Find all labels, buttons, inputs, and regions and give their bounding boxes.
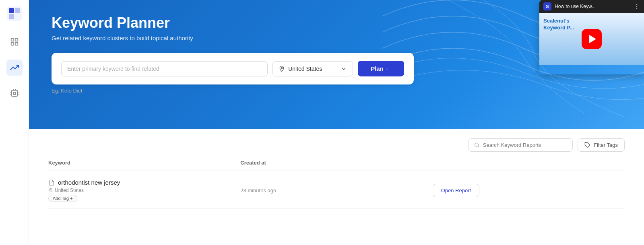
play-button[interactable] <box>582 29 602 49</box>
document-icon <box>48 179 55 186</box>
location-value: United States <box>288 66 337 72</box>
svg-point-10 <box>281 67 282 68</box>
created-at: 23 minutes ago <box>240 187 432 194</box>
content-section: Filter Tags Keyword Created at orthodont… <box>29 129 644 245</box>
sidebar-item-processor[interactable] <box>6 85 23 101</box>
header-action <box>433 160 625 166</box>
location-icon <box>279 66 285 72</box>
svg-point-11 <box>636 4 637 5</box>
content-toolbar: Filter Tags <box>48 138 625 152</box>
action-cell: Open Report <box>433 184 625 197</box>
page-title: Keyword Planner <box>52 14 625 31</box>
app-logo[interactable] <box>7 6 22 21</box>
main-content: Keyword Planner Get related keyword clus… <box>29 0 644 245</box>
header-keyword: Keyword <box>48 160 240 166</box>
svg-rect-5 <box>15 39 17 41</box>
svg-rect-1 <box>9 8 14 13</box>
svg-point-18 <box>50 189 52 190</box>
tag-icon <box>584 142 590 148</box>
video-title: How to use Keyw... <box>555 4 630 9</box>
filter-tags-label: Filter Tags <box>594 142 618 148</box>
header-created-at: Created at <box>240 160 432 166</box>
svg-rect-6 <box>11 43 13 45</box>
keyword-input[interactable] <box>67 66 262 72</box>
video-logo: S <box>543 2 551 10</box>
video-body: Scalenut's Keyword P... <box>539 13 644 65</box>
sidebar-item-grid[interactable] <box>6 34 23 50</box>
keyword-name: orthodontist new jersey <box>58 179 120 186</box>
open-report-button[interactable]: Open Report <box>433 184 479 197</box>
svg-point-13 <box>636 8 637 8</box>
svg-rect-3 <box>15 8 20 13</box>
svg-rect-4 <box>11 39 13 41</box>
keyword-name-row: orthodontist new jersey <box>48 179 240 186</box>
keyword-location: United States <box>48 187 240 193</box>
plan-button[interactable]: Plan ← <box>358 61 404 76</box>
location-pin-icon <box>48 188 53 193</box>
svg-line-15 <box>478 146 479 147</box>
svg-point-12 <box>636 6 637 6</box>
chevron-down-icon <box>341 66 347 72</box>
sidebar <box>0 0 29 245</box>
example-hint: Eg. Keto Diet <box>52 88 625 94</box>
add-tag-button[interactable]: Add Tag + <box>48 195 77 202</box>
page-subtitle: Get related keyword clusters to build to… <box>52 35 625 41</box>
sidebar-item-analytics[interactable] <box>6 60 23 76</box>
search-icon <box>474 142 480 148</box>
search-bar: United States Plan ← <box>52 53 414 84</box>
svg-rect-8 <box>13 92 16 95</box>
video-brand-text: Scalenut's Keyword P... <box>543 18 574 31</box>
svg-rect-9 <box>11 91 17 97</box>
hero-section: Keyword Planner Get related keyword clus… <box>29 0 644 129</box>
svg-point-14 <box>475 143 479 146</box>
location-select[interactable]: United States <box>272 61 353 76</box>
keyword-country: United States <box>55 187 84 193</box>
video-top-bar: S How to use Keyw... <box>539 0 644 13</box>
svg-rect-2 <box>9 14 14 19</box>
keyword-input-wrap[interactable] <box>61 61 268 76</box>
svg-rect-7 <box>15 43 17 45</box>
search-reports-input[interactable] <box>483 142 567 148</box>
keyword-cell: orthodontist new jersey United States Ad… <box>48 179 240 202</box>
video-options-icon[interactable] <box>634 3 640 10</box>
filter-tags-button[interactable]: Filter Tags <box>578 138 625 152</box>
search-reports-wrap[interactable] <box>468 138 573 152</box>
table-header: Keyword Created at <box>48 160 625 171</box>
table-row: orthodontist new jersey United States Ad… <box>48 173 625 209</box>
video-thumbnail[interactable]: S How to use Keyw... Scalenut's Keyword … <box>539 0 644 74</box>
